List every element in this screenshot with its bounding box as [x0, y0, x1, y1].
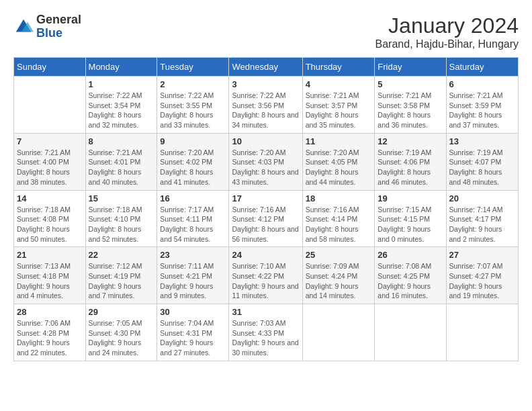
title-block: January 2024 Barand, Hajdu-Bihar, Hungar… [375, 13, 519, 50]
day-info: Sunrise: 7:03 AMSunset: 4:33 PMDaylight:… [232, 318, 299, 358]
calendar-cell: 15Sunrise: 7:18 AMSunset: 4:10 PMDayligh… [85, 190, 157, 247]
day-info: Sunrise: 7:05 AMSunset: 4:30 PMDaylight:… [89, 318, 154, 358]
calendar-table: SundayMondayTuesdayWednesdayThursdayFrid… [13, 57, 519, 361]
calendar-week-1: 1Sunrise: 7:22 AMSunset: 3:54 PMDaylight… [14, 77, 519, 134]
day-number: 8 [89, 136, 154, 146]
day-info: Sunrise: 7:11 AMSunset: 4:21 PMDaylight:… [160, 261, 226, 301]
day-number: 19 [378, 193, 443, 203]
day-number: 17 [232, 193, 299, 203]
logo-text: General Blue [36, 13, 81, 40]
day-number: 28 [17, 307, 83, 317]
calendar-cell: 7Sunrise: 7:21 AMSunset: 4:00 PMDaylight… [14, 133, 86, 190]
calendar-body: 1Sunrise: 7:22 AMSunset: 3:54 PMDaylight… [14, 77, 519, 361]
calendar-cell: 30Sunrise: 7:04 AMSunset: 4:31 PMDayligh… [157, 304, 229, 361]
calendar-cell: 19Sunrise: 7:15 AMSunset: 4:15 PMDayligh… [375, 190, 446, 247]
calendar-cell: 21Sunrise: 7:13 AMSunset: 4:18 PMDayligh… [14, 247, 86, 304]
calendar-cell: 28Sunrise: 7:06 AMSunset: 4:28 PMDayligh… [14, 304, 86, 361]
calendar-cell: 9Sunrise: 7:20 AMSunset: 4:02 PMDaylight… [157, 133, 229, 190]
weekday-header-thursday: Thursday [302, 58, 375, 77]
calendar-cell: 23Sunrise: 7:11 AMSunset: 4:21 PMDayligh… [157, 247, 229, 304]
day-info: Sunrise: 7:21 AMSunset: 4:00 PMDaylight:… [17, 148, 83, 187]
day-number: 27 [449, 250, 515, 260]
day-number: 16 [160, 193, 226, 203]
day-info: Sunrise: 7:22 AMSunset: 3:55 PMDaylight:… [160, 91, 226, 130]
day-number: 20 [449, 193, 515, 203]
calendar-week-4: 21Sunrise: 7:13 AMSunset: 4:18 PMDayligh… [14, 247, 519, 304]
calendar-cell: 5Sunrise: 7:21 AMSunset: 3:58 PMDaylight… [375, 77, 446, 134]
day-number: 24 [232, 250, 299, 260]
day-number: 14 [17, 193, 83, 203]
day-info: Sunrise: 7:18 AMSunset: 4:10 PMDaylight:… [89, 205, 154, 244]
day-number: 13 [449, 136, 515, 146]
weekday-row: SundayMondayTuesdayWednesdayThursdayFrid… [14, 58, 519, 77]
day-number: 29 [89, 307, 154, 317]
day-info: Sunrise: 7:10 AMSunset: 4:22 PMDaylight:… [232, 261, 299, 301]
day-number: 30 [160, 307, 226, 317]
day-info: Sunrise: 7:22 AMSunset: 3:54 PMDaylight:… [89, 91, 154, 130]
day-number: 3 [232, 79, 299, 89]
calendar-cell: 10Sunrise: 7:20 AMSunset: 4:03 PMDayligh… [229, 133, 302, 190]
calendar-cell: 26Sunrise: 7:08 AMSunset: 4:25 PMDayligh… [375, 247, 446, 304]
calendar-cell: 20Sunrise: 7:14 AMSunset: 4:17 PMDayligh… [446, 190, 518, 247]
day-info: Sunrise: 7:20 AMSunset: 4:05 PMDaylight:… [306, 148, 372, 187]
day-number: 26 [378, 250, 443, 260]
calendar-week-2: 7Sunrise: 7:21 AMSunset: 4:00 PMDaylight… [14, 133, 519, 190]
day-number: 7 [17, 136, 83, 146]
day-number: 2 [160, 79, 226, 89]
day-number: 1 [89, 79, 154, 89]
day-number: 9 [160, 136, 226, 146]
day-info: Sunrise: 7:17 AMSunset: 4:11 PMDaylight:… [160, 205, 226, 244]
day-number: 25 [306, 250, 372, 260]
day-info: Sunrise: 7:07 AMSunset: 4:27 PMDaylight:… [449, 261, 515, 301]
calendar-cell [302, 304, 375, 361]
day-info: Sunrise: 7:19 AMSunset: 4:07 PMDaylight:… [449, 148, 515, 187]
day-number: 23 [160, 250, 226, 260]
day-number: 18 [306, 193, 372, 203]
calendar-cell: 12Sunrise: 7:19 AMSunset: 4:06 PMDayligh… [375, 133, 446, 190]
day-info: Sunrise: 7:12 AMSunset: 4:19 PMDaylight:… [89, 261, 154, 301]
logo-general: General [36, 13, 81, 27]
calendar-cell: 4Sunrise: 7:21 AMSunset: 3:57 PMDaylight… [302, 77, 375, 134]
day-number: 10 [232, 136, 299, 146]
page-header: General Blue January 2024 Barand, Hajdu-… [13, 13, 519, 50]
calendar-cell: 3Sunrise: 7:22 AMSunset: 3:56 PMDaylight… [229, 77, 302, 134]
calendar-cell: 29Sunrise: 7:05 AMSunset: 4:30 PMDayligh… [85, 304, 157, 361]
weekday-header-saturday: Saturday [446, 58, 518, 77]
day-number: 31 [232, 307, 299, 317]
calendar-cell: 24Sunrise: 7:10 AMSunset: 4:22 PMDayligh… [229, 247, 302, 304]
day-info: Sunrise: 7:06 AMSunset: 4:28 PMDaylight:… [17, 318, 83, 358]
weekday-header-wednesday: Wednesday [229, 58, 302, 77]
weekday-header-sunday: Sunday [14, 58, 86, 77]
day-number: 15 [89, 193, 154, 203]
calendar-cell: 27Sunrise: 7:07 AMSunset: 4:27 PMDayligh… [446, 247, 518, 304]
weekday-header-tuesday: Tuesday [157, 58, 229, 77]
calendar-cell: 8Sunrise: 7:21 AMSunset: 4:01 PMDaylight… [85, 133, 157, 190]
weekday-header-monday: Monday [85, 58, 157, 77]
day-number: 12 [378, 136, 443, 146]
day-info: Sunrise: 7:16 AMSunset: 4:12 PMDaylight:… [232, 205, 299, 244]
weekday-header-friday: Friday [375, 58, 446, 77]
calendar-cell [375, 304, 446, 361]
calendar-cell: 18Sunrise: 7:16 AMSunset: 4:14 PMDayligh… [302, 190, 375, 247]
day-number: 5 [378, 79, 443, 89]
calendar-cell: 31Sunrise: 7:03 AMSunset: 4:33 PMDayligh… [229, 304, 302, 361]
day-info: Sunrise: 7:20 AMSunset: 4:03 PMDaylight:… [232, 148, 299, 187]
calendar-cell: 16Sunrise: 7:17 AMSunset: 4:11 PMDayligh… [157, 190, 229, 247]
calendar-cell [446, 304, 518, 361]
day-info: Sunrise: 7:14 AMSunset: 4:17 PMDaylight:… [449, 205, 515, 244]
day-number: 21 [17, 250, 83, 260]
day-info: Sunrise: 7:21 AMSunset: 3:58 PMDaylight:… [378, 91, 443, 130]
month-title: January 2024 [375, 13, 519, 38]
calendar-cell: 6Sunrise: 7:21 AMSunset: 3:59 PMDaylight… [446, 77, 518, 134]
day-info: Sunrise: 7:20 AMSunset: 4:02 PMDaylight:… [160, 148, 226, 187]
logo-icon [13, 17, 34, 37]
day-info: Sunrise: 7:19 AMSunset: 4:06 PMDaylight:… [378, 148, 443, 187]
calendar-cell: 1Sunrise: 7:22 AMSunset: 3:54 PMDaylight… [85, 77, 157, 134]
day-info: Sunrise: 7:21 AMSunset: 3:57 PMDaylight:… [306, 91, 372, 130]
calendar-cell [14, 77, 86, 134]
calendar-cell: 14Sunrise: 7:18 AMSunset: 4:08 PMDayligh… [14, 190, 86, 247]
day-number: 4 [306, 79, 372, 89]
calendar-cell: 11Sunrise: 7:20 AMSunset: 4:05 PMDayligh… [302, 133, 375, 190]
day-info: Sunrise: 7:18 AMSunset: 4:08 PMDaylight:… [17, 205, 83, 244]
day-info: Sunrise: 7:08 AMSunset: 4:25 PMDaylight:… [378, 261, 443, 301]
